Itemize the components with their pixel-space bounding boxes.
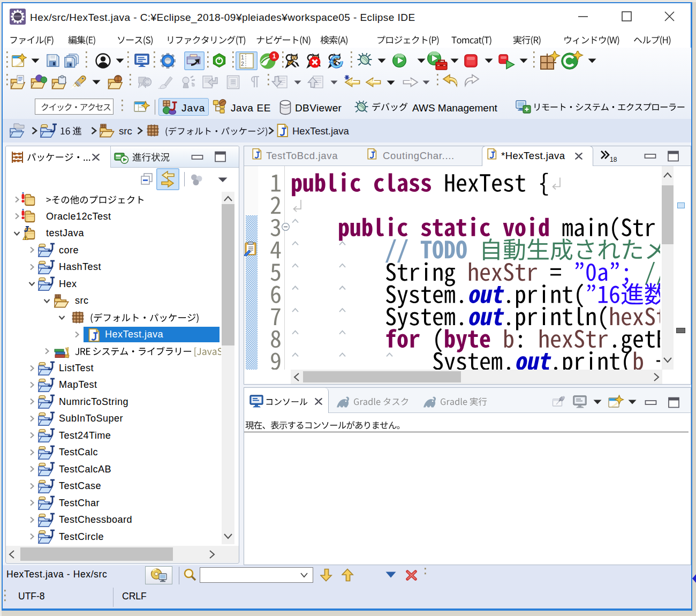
svg-text:2: 2 — [241, 61, 244, 67]
svg-text:1: 1 — [241, 54, 244, 61]
svg-text:1: 1 — [273, 52, 276, 60]
svg-text:18: 18 — [610, 156, 617, 163]
